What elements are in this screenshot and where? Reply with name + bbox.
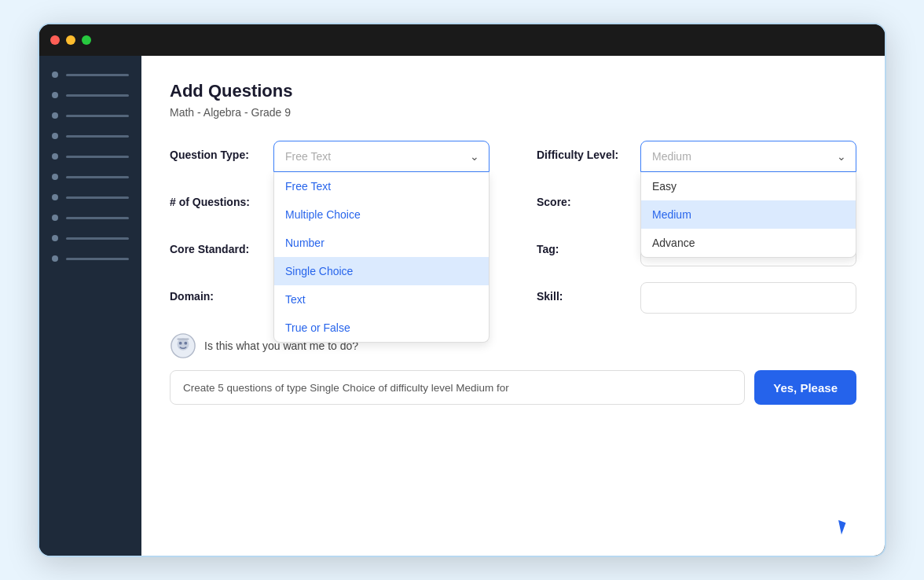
app-body: Add Questions Math - Algebra - Grade 9 Q…	[39, 56, 885, 556]
difficulty-level-group: Difficulty Level: Medium ⌄ Easy Medium A…	[537, 141, 856, 172]
sidebar-dot	[52, 153, 58, 160]
difficulty-dropdown: Easy Medium Advance	[640, 172, 856, 258]
sidebar-line	[66, 135, 129, 138]
main-content: Add Questions Math - Algebra - Grade 9 Q…	[141, 56, 885, 556]
ai-robot-icon	[170, 332, 196, 359]
sidebar-line	[66, 94, 129, 97]
sidebar-item[interactable]	[52, 153, 129, 160]
num-questions-label: # of Questions:	[170, 188, 264, 208]
question-type-group: Question Type: Free Text ⌄ Free Text Mul…	[170, 141, 490, 172]
sidebar-item[interactable]	[52, 72, 129, 78]
sidebar-item[interactable]	[52, 112, 129, 119]
sidebar-item[interactable]	[52, 174, 129, 180]
question-type-label: Question Type:	[170, 141, 264, 161]
sidebar-item[interactable]	[52, 255, 129, 262]
sidebar-item[interactable]	[52, 92, 129, 98]
maximize-button[interactable]	[82, 35, 91, 45]
sidebar-dot	[52, 92, 58, 98]
tag-label: Tag:	[537, 235, 631, 255]
form-grid: Question Type: Free Text ⌄ Free Text Mul…	[170, 141, 856, 314]
chevron-down-icon: ⌄	[837, 150, 846, 163]
score-label: Score:	[537, 188, 631, 208]
sidebar-line	[66, 176, 129, 178]
option-advance[interactable]: Advance	[641, 229, 856, 257]
sidebar-dot	[52, 255, 58, 262]
sidebar-dot	[52, 112, 58, 119]
svg-rect-4	[177, 339, 189, 340]
domain-label: Domain:	[170, 282, 264, 303]
option-single-choice[interactable]: Single Choice	[274, 257, 489, 285]
minimize-button[interactable]	[66, 35, 75, 45]
sidebar-dot	[52, 194, 58, 200]
question-type-dropdown: Free Text Multiple Choice Number Single …	[273, 172, 490, 343]
sidebar-line	[66, 115, 129, 117]
sidebar-dot	[52, 215, 58, 221]
sidebar-line	[66, 156, 129, 158]
difficulty-level-value: Medium	[652, 150, 691, 163]
app-window: Add Questions Math - Algebra - Grade 9 Q…	[38, 23, 886, 557]
close-button[interactable]	[50, 35, 60, 45]
sidebar-dot	[52, 72, 58, 78]
sidebar	[39, 56, 141, 556]
titlebar	[39, 24, 885, 56]
sidebar-dot	[52, 235, 58, 241]
option-multiple-choice[interactable]: Multiple Choice	[274, 200, 489, 229]
yes-please-button[interactable]: Yes, Please	[754, 370, 856, 405]
sidebar-line	[66, 74, 129, 76]
question-type-select[interactable]: Free Text ⌄	[273, 141, 490, 172]
skill-field	[640, 282, 856, 314]
question-type-field: Free Text ⌄ Free Text Multiple Choice Nu…	[273, 141, 490, 172]
sidebar-line	[66, 258, 129, 260]
option-medium[interactable]: Medium	[641, 200, 856, 229]
page-title: Add Questions	[170, 81, 856, 101]
chevron-down-icon: ⌄	[470, 150, 479, 163]
ai-section: Is this what you want me to do? Yes, Ple…	[170, 332, 856, 405]
core-standard-label: Core Standard:	[170, 235, 264, 255]
option-text[interactable]: Text	[274, 285, 489, 314]
skill-input[interactable]	[640, 282, 856, 314]
question-type-value: Free Text	[285, 150, 331, 163]
sidebar-item[interactable]	[52, 194, 129, 200]
ai-prompt-input[interactable]	[170, 370, 745, 405]
sidebar-line	[66, 196, 129, 199]
sidebar-item[interactable]	[52, 235, 129, 241]
sidebar-dot	[52, 133, 58, 139]
difficulty-level-select[interactable]: Medium ⌄	[640, 141, 856, 172]
sidebar-item[interactable]	[52, 215, 129, 221]
option-easy[interactable]: Easy	[641, 172, 856, 200]
sidebar-line	[66, 237, 129, 240]
cursor-arrow-icon	[834, 520, 846, 534]
skill-label: Skill:	[537, 282, 631, 303]
ai-input-row: Yes, Please	[170, 370, 856, 405]
option-true-or-false[interactable]: True or False	[274, 314, 489, 342]
option-free-text[interactable]: Free Text	[274, 172, 489, 200]
sidebar-item[interactable]	[52, 133, 129, 139]
option-number[interactable]: Number	[274, 229, 489, 257]
page-subtitle: Math - Algebra - Grade 9	[170, 106, 856, 119]
sidebar-line	[66, 217, 129, 219]
svg-point-3	[184, 342, 187, 345]
skill-group: Skill:	[537, 282, 856, 314]
svg-point-2	[179, 342, 182, 345]
difficulty-level-label: Difficulty Level:	[537, 141, 631, 161]
sidebar-dot	[52, 174, 58, 180]
difficulty-level-field: Medium ⌄ Easy Medium Advance	[640, 141, 856, 172]
